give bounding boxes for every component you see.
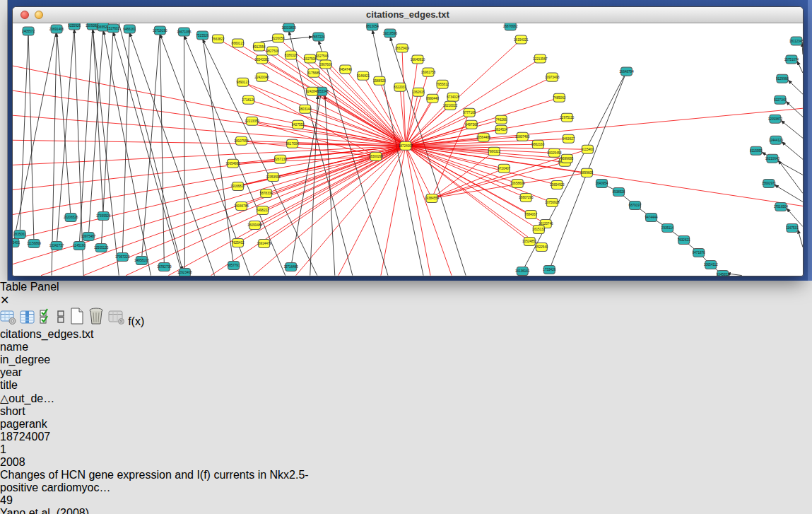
citation-edge-red[interactable] — [254, 146, 406, 275]
graph-node[interactable]: 8938928 — [613, 187, 625, 196]
citation-edge-red[interactable] — [273, 51, 406, 146]
graph-node[interactable]: 12923468 — [177, 269, 192, 276]
graph-node[interactable]: 8115955 — [750, 146, 763, 155]
graph-node[interactable]: 16154321 — [514, 35, 529, 44]
graph-node[interactable]: 8322037 — [394, 83, 406, 91]
column-header-out_degree[interactable]: △out_de… — [0, 392, 60, 405]
table-row[interactable]: 1872400712008Changes of HCN gene express… — [0, 431, 812, 514]
graph-node[interactable]: 6899605 — [580, 168, 593, 177]
graph-node[interactable]: 9146821 — [357, 71, 370, 80]
graph-node[interactable]: 14136141 — [515, 267, 530, 276]
graph-node[interactable]: 12975115 — [560, 113, 575, 122]
graph-node[interactable]: 12093872 — [768, 115, 783, 123]
graph-node[interactable]: 18112345 — [789, 37, 803, 45]
graph-node[interactable]: 2718126 — [242, 95, 255, 104]
graph-node[interactable]: 2835061 — [13, 230, 26, 239]
graph-node[interactable]: 2935114 — [661, 223, 674, 232]
graph-node[interactable]: 19384554 — [425, 194, 440, 202]
graph-node[interactable]: 9777169 — [463, 108, 476, 117]
graph-node[interactable]: 8912954 — [253, 42, 266, 51]
graph-node[interactable]: 8186328 — [285, 51, 298, 59]
network-window-titlebar[interactable]: citations_edges.txt — [13, 7, 803, 23]
column-header-year[interactable]: year — [0, 366, 53, 379]
graph-node[interactable]: 1362615 — [412, 88, 425, 96]
graph-node[interactable]: 17957223 — [115, 253, 130, 262]
citation-edge-black[interactable] — [202, 35, 233, 266]
graph-node[interactable]: 26876682 — [503, 23, 518, 30]
graph-node[interactable]: 10719193 — [153, 26, 167, 35]
graph-node[interactable]: 6466161 — [123, 25, 136, 33]
graph-node[interactable]: 4720407 — [498, 164, 510, 173]
citation-edge-red[interactable] — [406, 146, 452, 275]
graph-node[interactable]: 16640910 — [411, 55, 425, 64]
graph-node[interactable]: 9862160 — [531, 140, 544, 148]
column-header-in_degree[interactable]: in_degree — [0, 354, 67, 366]
citation-edge-black[interactable] — [52, 33, 57, 276]
table-selector[interactable]: citations_edges.txt — [0, 328, 812, 341]
graph-node[interactable]: 9115460 — [582, 145, 594, 153]
citation-edge-red[interactable] — [278, 38, 406, 146]
graph-node[interactable]: 2522540 — [535, 243, 548, 252]
graph-node[interactable]: 20691406 — [49, 25, 64, 33]
citation-edge-red[interactable] — [242, 141, 376, 156]
graph-node[interactable]: 16033809 — [281, 23, 296, 32]
graph-node[interactable]: 1527602 — [107, 24, 119, 33]
graph-node[interactable]: 20206526 — [64, 213, 78, 221]
rows-icon[interactable] — [56, 315, 69, 327]
graph-node[interactable]: 18300295 — [369, 152, 384, 160]
graph-node[interactable]: 9242848 — [306, 87, 319, 95]
graph-node[interactable]: 9463627 — [562, 134, 575, 143]
graph-node[interactable]: 12444129 — [769, 136, 784, 144]
graph-node[interactable]: 9155926 — [68, 23, 81, 30]
graph-node[interactable]: 17359924 — [96, 211, 111, 220]
graph-node[interactable]: 18107554 — [234, 136, 249, 145]
graph-node[interactable]: 8267130 — [274, 155, 287, 163]
citation-edge-black[interactable] — [782, 141, 803, 159]
citation-edge-red[interactable] — [406, 146, 430, 275]
graph-node[interactable]: 746266 — [495, 115, 507, 124]
graph-node[interactable]: 10756928 — [545, 198, 560, 206]
citation-edge-black[interactable] — [778, 160, 803, 193]
graph-node[interactable]: 2405572 — [22, 27, 35, 35]
graph-node[interactable]: 15654923 — [550, 180, 565, 189]
graph-node[interactable]: 10807480 — [515, 132, 530, 141]
graph-node[interactable]: 10973493 — [545, 73, 560, 81]
graph-node[interactable]: 7955812 — [436, 80, 449, 88]
graph-node[interactable]: 9345652 — [717, 271, 729, 276]
graph-node[interactable]: 3915401 — [13, 239, 20, 247]
citation-edge-black[interactable] — [261, 37, 313, 42]
graph-node[interactable]: 7663822 — [212, 35, 225, 43]
graph-node[interactable]: 7625402 — [232, 239, 245, 247]
graph-node[interactable]: 16210022 — [443, 101, 458, 110]
column-header-name[interactable]: name — [0, 341, 67, 354]
table-gear-icon[interactable] — [0, 315, 20, 327]
citation-edge-red[interactable] — [168, 146, 406, 275]
graph-node[interactable]: 1167531 — [786, 223, 799, 232]
close-panel-icon[interactable]: ✕ — [0, 294, 9, 306]
citation-edge-red[interactable] — [406, 72, 428, 146]
column-header-pagerank[interactable]: pagerank — [0, 418, 92, 431]
graph-node[interactable]: 16543382 — [254, 55, 269, 64]
graph-node[interactable]: 9474444 — [645, 213, 658, 221]
trash-icon[interactable] — [88, 315, 107, 327]
graph-node[interactable]: 11156869 — [27, 240, 41, 248]
citation-edge-black[interactable] — [93, 29, 119, 276]
graph-node[interactable]: 13342737 — [49, 242, 64, 250]
graph-node[interactable]: 10654112 — [704, 261, 719, 269]
citation-edge-black[interactable] — [122, 29, 129, 257]
graph-node[interactable]: 16648794 — [619, 67, 634, 76]
citation-edge-red[interactable] — [13, 146, 406, 165]
graph-node[interactable]: 16671355 — [177, 28, 192, 36]
graph-node[interactable]: 10654982 — [225, 159, 240, 168]
graph-node[interactable]: 6734028 — [447, 93, 459, 101]
graph-node[interactable]: 16782739 — [157, 263, 172, 271]
graph-node[interactable]: 15716485 — [283, 263, 298, 271]
citation-edge-black[interactable] — [160, 30, 164, 267]
citation-edge-black[interactable] — [788, 80, 803, 94]
graph-node[interactable]: 1588520 — [373, 76, 386, 85]
citation-edge-red[interactable] — [322, 56, 406, 146]
graph-node[interactable]: 16210643 — [765, 154, 780, 163]
graph-node[interactable]: 9827508 — [266, 47, 279, 55]
graph-node[interactable]: 12505135 — [94, 244, 109, 252]
citation-edge-red[interactable] — [238, 146, 406, 186]
